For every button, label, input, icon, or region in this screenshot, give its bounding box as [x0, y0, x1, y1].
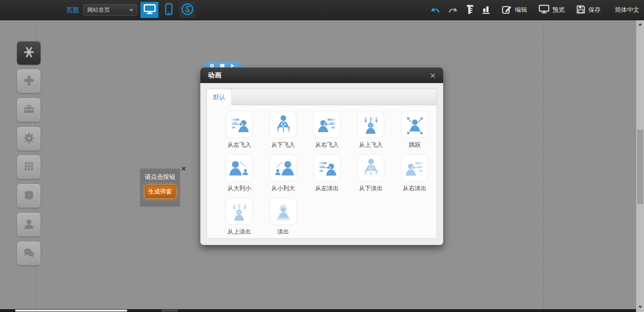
- language-switcher[interactable]: 简体中文: [615, 6, 639, 14]
- undo-icon: [430, 5, 440, 15]
- popup-trigger-widget: 请点击按钮 生成弹窗 ×: [140, 169, 180, 207]
- animation-label: 跳跃: [393, 141, 437, 149]
- save-label: 保存: [588, 6, 601, 14]
- stats-button[interactable]: [482, 4, 490, 16]
- animation-label: 淡出: [261, 228, 305, 236]
- fly-top-icon: [358, 111, 384, 137]
- modal-body: 默认 从左飞入从下飞入从右飞入从上飞入跳跃从大到小从小到大从左淡出从下淡出从右淡…: [200, 83, 443, 245]
- save-button[interactable]: 保存: [576, 5, 601, 16]
- animation-option[interactable]: 从下飞入: [261, 111, 305, 149]
- modal-title: 动画: [208, 71, 222, 80]
- fly-left-icon: [226, 111, 252, 137]
- animation-modal: 动画 × 默认 从左飞入从下飞入从右飞入从上飞入跳跃从大到小从小到大从左淡出从下…: [200, 67, 443, 245]
- modal-close-icon[interactable]: ×: [430, 71, 436, 80]
- sidebar-item-user[interactable]: [17, 213, 41, 236]
- animation-option[interactable]: 从小到大: [261, 155, 305, 193]
- generate-popup-button[interactable]: 生成弹窗: [145, 186, 175, 198]
- animation-label: 从小到大: [261, 185, 305, 193]
- fly-bottom-icon: [270, 111, 296, 137]
- page-dropdown[interactable]: 网站首页: [83, 4, 137, 16]
- tab-0[interactable]: 默认: [207, 89, 232, 105]
- edit-icon: [502, 5, 512, 16]
- animation-label: 从左淡出: [305, 185, 349, 193]
- plus-icon: [23, 74, 35, 89]
- redo-button[interactable]: [448, 5, 458, 15]
- sidebar-item-wechat[interactable]: [17, 242, 41, 265]
- gear-icon: [23, 132, 35, 146]
- horizontal-scrollbar-thumb[interactable]: [15, 310, 127, 312]
- horizontal-scrollbar-segment: [162, 310, 178, 312]
- sidebar-item-settings[interactable]: [17, 127, 41, 151]
- scroll-down-arrow[interactable]: [636, 303, 644, 311]
- animation-grid: 从左飞入从下飞入从右飞入从上飞入跳跃从大到小从小到大从左淡出从下淡出从右淡出从上…: [206, 105, 437, 239]
- edit-button[interactable]: 编辑: [502, 5, 527, 16]
- undo-button[interactable]: [430, 5, 440, 15]
- link-icon: [181, 2, 194, 18]
- animation-label: 从大到小: [217, 185, 261, 193]
- fly-right-icon: [402, 155, 428, 181]
- grid-icon: [23, 160, 35, 175]
- animation-label: 从上飞入: [349, 141, 393, 149]
- page-label: 页面: [66, 0, 79, 20]
- scroll-up-arrow[interactable]: [636, 20, 644, 28]
- animation-option[interactable]: 从大到小: [217, 155, 261, 193]
- toolbar-right: 编辑 预览 保存 简体中文: [430, 0, 639, 20]
- sidebar-item-apps[interactable]: [17, 184, 41, 208]
- fly-top-icon: [226, 198, 252, 224]
- preview-monitor-icon: [538, 4, 550, 16]
- horizontal-scrollbar[interactable]: [0, 309, 636, 312]
- vertical-scrollbar-thumb[interactable]: [637, 130, 643, 204]
- fly-bottom-icon: [358, 155, 384, 181]
- animation-label: 从左飞入: [217, 141, 261, 149]
- sidebar-item-add[interactable]: [17, 69, 41, 93]
- mobile-icon: [165, 3, 173, 17]
- big-to-small-icon: [226, 155, 252, 181]
- canvas-guide-right: [543, 20, 544, 309]
- user-icon: [23, 218, 35, 232]
- animation-option[interactable]: 跳跃: [393, 111, 437, 149]
- fade-icon: [270, 198, 296, 224]
- sidebar-item-toolbox[interactable]: [17, 98, 41, 122]
- small-to-big-icon: [270, 155, 296, 181]
- mobile-view-button[interactable]: [161, 2, 176, 18]
- animation-option[interactable]: 从左淡出: [305, 155, 349, 193]
- bar-chart-icon: [482, 4, 490, 16]
- chevron-down-icon: [129, 7, 133, 13]
- sidebar-item-modules[interactable]: [17, 155, 41, 179]
- animation-label: 从右淡出: [393, 185, 437, 193]
- ruler-button[interactable]: [466, 4, 474, 16]
- desktop-icon: [143, 3, 156, 17]
- link-button[interactable]: [179, 2, 195, 18]
- preview-label: 预览: [553, 6, 565, 14]
- animation-label: 从右飞入: [305, 141, 349, 149]
- animation-option[interactable]: 从右飞入: [305, 111, 349, 149]
- sidebar-item-components[interactable]: [17, 41, 41, 65]
- page-dropdown-value: 网站首页: [87, 6, 110, 14]
- fly-left-icon: [314, 155, 340, 181]
- animation-label: 从下飞入: [261, 141, 305, 149]
- animation-label: 从下淡出: [349, 185, 393, 193]
- trigger-close-icon[interactable]: ×: [182, 165, 186, 173]
- save-floppy-icon: [576, 5, 586, 16]
- desktop-view-button[interactable]: [140, 2, 158, 18]
- animation-option[interactable]: 从右淡出: [393, 155, 437, 193]
- top-toolbar: 页面 网站首页 编辑 预览: [0, 0, 644, 20]
- jump-icon: [402, 111, 428, 137]
- modal-tabbar: 默认: [206, 89, 437, 105]
- editor-window: 页面 网站首页 编辑 预览: [0, 0, 644, 312]
- edit-label: 编辑: [515, 6, 527, 14]
- vertical-scrollbar[interactable]: [636, 20, 644, 312]
- animation-option[interactable]: 从左飞入: [217, 111, 261, 149]
- redo-icon: [448, 5, 458, 15]
- appstore-icon: [23, 46, 35, 60]
- animation-option[interactable]: 淡出: [261, 198, 305, 236]
- modal-header[interactable]: 动画 ×: [200, 67, 443, 83]
- animation-option[interactable]: 从上淡出: [217, 198, 261, 236]
- trigger-text: 请点击按钮: [140, 169, 180, 181]
- wechat-icon: [23, 246, 35, 261]
- animation-option[interactable]: 从下淡出: [349, 155, 393, 193]
- ruler-icon: [466, 4, 474, 16]
- preview-button[interactable]: 预览: [538, 4, 565, 16]
- toolbox-icon: [23, 103, 35, 118]
- animation-option[interactable]: 从上飞入: [349, 111, 393, 149]
